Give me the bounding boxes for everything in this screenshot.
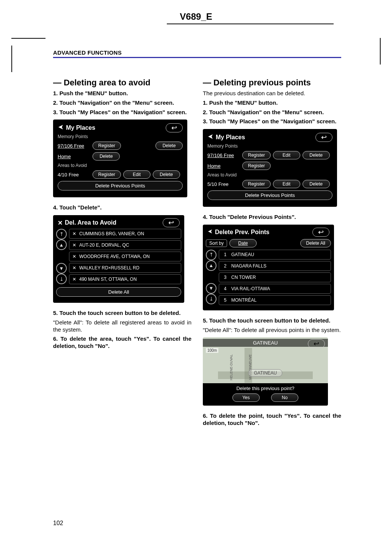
x-icon: ✕	[72, 242, 76, 248]
back-button[interactable]: ↩	[308, 339, 325, 348]
scroll-bottom-button[interactable]: ⤓	[206, 294, 216, 304]
item-number: 2	[222, 263, 228, 269]
right-delete-all-note: "Delete All": To delete all previous poi…	[203, 327, 341, 334]
prev-point-item[interactable]: 1GATINEAU	[219, 250, 331, 260]
scroll-up-button[interactable]: ▲	[56, 239, 67, 250]
delete-previous-points-button[interactable]: Delete Previous Points	[207, 190, 332, 200]
memory-points-label: Memory Points	[207, 143, 332, 149]
del-prev-screenshot: Delete Prev. Points ↩ Sort by Date Delet…	[203, 225, 334, 310]
del-area-title: Del. Area to Avoid	[65, 219, 116, 226]
scroll-up-button[interactable]: ▲	[206, 260, 216, 271]
scroll-down-button[interactable]: ▼	[206, 283, 216, 294]
area-item-label: 490 MAIN ST, OTTAWA, ON	[79, 277, 137, 282]
my-places-title: My Places	[216, 134, 245, 141]
areas-edit-button[interactable]: Edit	[273, 180, 300, 188]
street-label: HELENE-DUVAL	[229, 354, 233, 380]
item-number: 5	[222, 297, 228, 303]
area-item-label: WALKLEY RD×RUSSELL RD	[79, 265, 140, 271]
areas-to-avoid-label: Areas to Avoid	[58, 163, 183, 168]
sort-by-label: Sort by	[206, 239, 227, 247]
area-item-label: CUMMINGS BRG, VANIER, ON	[79, 231, 144, 236]
item-label: NIAGARA FALLS	[231, 263, 267, 269]
arrow-icon	[58, 124, 64, 132]
right-step-4: 4. Touch "Delete Previous Points".	[203, 214, 341, 221]
left-step-1: 1. Push the "MENU" button.	[53, 90, 191, 97]
my-places-screenshot-right: My Places ↩ Memory Points 97/106 Free Re…	[203, 129, 337, 207]
scroll-down-button[interactable]: ▼	[56, 263, 67, 274]
left-step-5: 5. Touch the touch screen button to be d…	[53, 310, 191, 317]
prev-point-item[interactable]: 3CN TOWER	[219, 272, 331, 282]
doc-header: V689_E	[0, 11, 392, 22]
delete-button[interactable]: Delete	[303, 151, 330, 159]
areas-edit-button[interactable]: Edit	[123, 170, 151, 179]
delete-previous-points-button[interactable]: Delete Previous Points	[58, 181, 183, 190]
confirm-question: Delete this previous point?	[203, 385, 328, 391]
area-item[interactable]: ✕WALKLEY RD×RUSSELL RD	[69, 263, 181, 273]
no-button[interactable]: No	[271, 393, 298, 402]
area-item[interactable]: ✕AUT-20 E, DORVAL, QC	[69, 240, 181, 250]
areas-free-label: 5/10 Free	[207, 181, 240, 187]
back-button[interactable]: ↩	[163, 218, 180, 227]
section-header: ADVANCED FUNCTIONS	[53, 49, 341, 58]
area-item[interactable]: ✕CUMMINGS BRG, VANIER, ON	[69, 229, 181, 239]
scroll-top-button[interactable]: ⤒	[56, 229, 67, 239]
area-item[interactable]: ✕WOODROFFE AVE, OTTAWA, ON	[69, 252, 181, 261]
home-register-button[interactable]: Register	[242, 162, 271, 170]
delete-all-button[interactable]: Delete All	[56, 287, 181, 297]
x-icon: ✕	[72, 231, 76, 236]
item-number: 3	[222, 275, 228, 280]
left-step-4: 4. Touch "Delete".	[53, 204, 191, 211]
prev-point-item[interactable]: 2NIAGARA FALLS	[219, 261, 331, 271]
area-item-label: AUT-20 E, DORVAL, QC	[79, 242, 129, 248]
right-intro: The previous destination can be deleted.	[203, 90, 341, 97]
x-icon: ✕	[72, 254, 76, 259]
map-center-label: GATINEAU	[248, 369, 282, 377]
areas-delete-button[interactable]: Delete	[153, 170, 180, 179]
my-places-title: My Places	[66, 124, 95, 131]
page-number: 102	[53, 520, 63, 527]
right-step-6: 6. To delete the point, touch "Yes". To …	[203, 412, 341, 427]
areas-register-button[interactable]: Register	[93, 170, 121, 179]
home-label: Home	[58, 154, 90, 159]
delete-button[interactable]: Delete	[155, 142, 183, 150]
scroll-bottom-button[interactable]: ⤓	[56, 274, 67, 284]
left-step-6: 6. To delete the area, touch "Yes". To c…	[53, 335, 191, 350]
home-label: Home	[207, 163, 240, 169]
item-number: 1	[222, 252, 228, 257]
home-delete-button[interactable]: Delete	[93, 152, 120, 160]
x-icon: ✕	[72, 265, 76, 271]
register-button[interactable]: Register	[93, 142, 121, 150]
scroll-top-button[interactable]: ⤒	[206, 250, 216, 260]
area-item[interactable]: ✕490 MAIN ST, OTTAWA, ON	[69, 274, 181, 284]
prev-point-item[interactable]: 4VIA RAIL-OTTAWA	[219, 284, 331, 294]
prev-point-item[interactable]: 5MONTRÉAL	[219, 295, 331, 305]
arrow-icon	[207, 229, 213, 236]
areas-to-avoid-label: Areas to Avoid	[207, 172, 332, 178]
back-button[interactable]: ↩	[166, 123, 183, 132]
register-button[interactable]: Register	[242, 151, 271, 159]
item-label: MONTRÉAL	[231, 297, 257, 303]
map-top-label: GATINEAU	[253, 340, 278, 346]
right-title: — Deleting previous points	[203, 78, 341, 88]
left-step-2: 2. Touch "Navigation" on the "Menu" scre…	[53, 99, 191, 107]
right-step-5: 5. Touch the touch screen button to be d…	[203, 317, 341, 324]
del-prev-title: Delete Prev. Points	[215, 229, 270, 236]
map-scale-label: 100m	[206, 348, 218, 353]
right-step-2: 2. Touch "Navigation" on the "Menu" scre…	[203, 109, 341, 116]
yes-button[interactable]: Yes	[232, 393, 260, 402]
edit-button[interactable]: Edit	[273, 151, 300, 159]
crop-mark-tr	[380, 38, 381, 65]
item-number: 4	[222, 286, 228, 291]
areas-register-button[interactable]: Register	[242, 180, 271, 188]
x-icon: ✕	[72, 277, 76, 282]
back-button[interactable]: ↩	[312, 228, 329, 237]
area-item-label: WOODROFFE AVE, OTTAWA, ON	[79, 254, 150, 259]
right-step-1: 1. Push the "MENU" button.	[203, 99, 341, 107]
item-label: VIA RAIL-OTTAWA	[231, 286, 270, 291]
sort-date-button[interactable]: Date	[229, 239, 257, 247]
delete-all-button[interactable]: Delete All	[300, 239, 331, 247]
areas-delete-button[interactable]: Delete	[303, 180, 330, 188]
back-button[interactable]: ↩	[315, 133, 332, 142]
mem-free-label: 97/106 Free	[207, 153, 240, 158]
map-confirm-screenshot: GATINEAU ↩ 100m HELENE-DUVAL MAISONNEUVE…	[203, 337, 328, 406]
